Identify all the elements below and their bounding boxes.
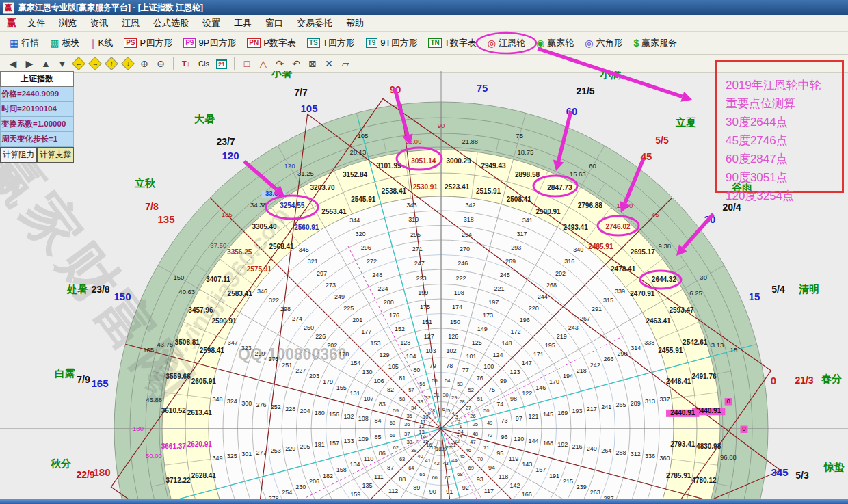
svg-text:110: 110: [364, 455, 373, 462]
toolbar-button-kline[interactable]: ∥ K线: [85, 37, 118, 49]
toolbar-button-9p-square[interactable]: P9 9P四方形: [178, 37, 241, 49]
toolbar-button-t-number-table[interactable]: TN T数字表: [423, 37, 481, 49]
delete-box-icon[interactable]: ⊠: [305, 57, 320, 70]
zoom-in-icon[interactable]: ⊕: [137, 57, 152, 70]
back-icon[interactable]: ◀: [5, 57, 21, 70]
pan-right-icon[interactable]: →: [88, 57, 103, 70]
down-icon[interactable]: ▼: [55, 57, 70, 70]
svg-text:125: 125: [472, 339, 482, 346]
forward-icon[interactable]: ▶: [22, 57, 37, 70]
rotate-cw-icon[interactable]: ↷: [272, 57, 287, 70]
svg-text:177: 177: [361, 328, 371, 335]
svg-text:2583.41: 2583.41: [228, 290, 253, 297]
svg-text:89: 89: [413, 484, 420, 491]
svg-text:293: 293: [511, 244, 521, 251]
svg-text:242: 242: [590, 362, 600, 369]
toolbar-button-quotes[interactable]: ▦ 行情: [4, 37, 44, 49]
annotation-level-60: 60度2847点: [726, 150, 842, 168]
svg-text:31.25: 31.25: [297, 170, 314, 177]
svg-text:108: 108: [358, 415, 369, 422]
svg-text:155: 155: [336, 384, 347, 391]
svg-text:90: 90: [438, 122, 445, 129]
center-cross-icon[interactable]: ✕: [321, 57, 336, 70]
select-tool-icon[interactable]: ▱: [338, 57, 353, 70]
svg-text:288: 288: [615, 449, 626, 456]
svg-text:2605.91: 2605.91: [191, 377, 217, 385]
menu-item-file[interactable]: 文件: [21, 17, 52, 29]
svg-text:87: 87: [387, 464, 394, 471]
measure-icon[interactable]: T↓: [178, 57, 194, 70]
svg-text:82: 82: [387, 386, 394, 393]
svg-text:202: 202: [327, 342, 337, 349]
menu-item-trade[interactable]: 交易委托: [290, 17, 339, 29]
svg-text:23/7: 23/7: [216, 136, 235, 147]
svg-text:131: 131: [350, 390, 360, 397]
svg-text:立夏: 立夏: [675, 116, 696, 128]
annotation-level-30: 30度2644点: [726, 113, 842, 131]
menu-item-settings[interactable]: 设置: [196, 17, 227, 29]
svg-text:277: 277: [256, 449, 267, 456]
calc-resistance-button[interactable]: 计算阻力: [0, 147, 37, 163]
menu-item-news[interactable]: 资讯: [83, 17, 115, 29]
up-icon[interactable]: ▲: [38, 57, 53, 70]
cls-button[interactable]: Cls: [195, 57, 213, 70]
svg-text:2593.47: 2593.47: [669, 306, 694, 314]
svg-text:175: 175: [420, 304, 430, 310]
svg-text:252: 252: [271, 403, 281, 410]
toolbar-button-winner-service[interactable]: $ 赢家服务: [628, 37, 683, 49]
menu-item-window[interactable]: 窗口: [259, 17, 290, 29]
zoom-out-icon[interactable]: ⊖: [153, 57, 168, 70]
pan-left-icon[interactable]: ←: [71, 57, 86, 70]
svg-text:120: 120: [514, 436, 524, 442]
svg-text:266: 266: [604, 356, 614, 362]
svg-text:144: 144: [529, 438, 539, 445]
toolbar-button-p-square[interactable]: PS P四方形: [118, 37, 178, 49]
menu-item-stock-picker[interactable]: 公式选股: [146, 17, 196, 29]
toolbar-button-gann-wheel[interactable]: ◎ 江恩轮: [482, 37, 531, 49]
svg-text:68: 68: [457, 471, 462, 477]
toolbar-button-t-square[interactable]: TS T四方形: [302, 37, 360, 49]
svg-text:86: 86: [379, 450, 386, 457]
toolbar-button-p-number-table[interactable]: PN P数字表: [241, 37, 302, 49]
svg-text:93: 93: [477, 476, 483, 483]
svg-text:292: 292: [555, 270, 566, 277]
menu-item-browse[interactable]: 浏览: [52, 17, 83, 29]
toolbar-button-9t-square[interactable]: T9 9T四方形: [360, 37, 423, 49]
svg-text:45: 45: [652, 211, 659, 218]
svg-text:154: 154: [350, 360, 360, 367]
svg-text:2575.91: 2575.91: [247, 265, 272, 273]
svg-text:90: 90: [390, 83, 401, 95]
menu-item-help[interactable]: 帮助: [339, 17, 371, 29]
toolbar-label: T四方形: [323, 37, 355, 49]
svg-text:121: 121: [529, 413, 539, 420]
svg-text:274: 274: [292, 315, 302, 322]
toolbar-button-winner-wheel[interactable]: ◉ 赢家轮: [531, 37, 579, 49]
svg-text:48: 48: [473, 431, 478, 437]
svg-text:5/4: 5/4: [771, 284, 785, 295]
svg-text:129: 129: [380, 352, 390, 358]
pan-down-icon[interactable]: ↓: [120, 57, 135, 70]
time-value: 时间=20190104: [0, 102, 74, 117]
toolbar-button-sectors[interactable]: ▩ 板块: [44, 37, 85, 49]
calc-support-button[interactable]: 计算支撑: [37, 147, 74, 163]
menu-item-tools[interactable]: 工具: [227, 17, 259, 29]
rotate-ccw-icon[interactable]: ↶: [289, 57, 304, 70]
nine-t-square-icon: T9: [366, 38, 378, 48]
svg-text:76: 76: [477, 375, 483, 382]
shape-triangle-icon[interactable]: △: [256, 57, 271, 70]
svg-text:126: 126: [448, 333, 458, 340]
toolbar-button-hexagon[interactable]: ◎ 六角形: [579, 37, 628, 49]
toolbar-label: 行情: [21, 37, 39, 49]
svg-text:15.63: 15.63: [570, 170, 586, 178]
shape-square-icon[interactable]: □: [239, 57, 254, 70]
menu-item-gann[interactable]: 江恩: [115, 17, 146, 29]
svg-text:34: 34: [411, 405, 416, 411]
svg-text:244: 244: [538, 293, 548, 300]
svg-text:3610.52: 3610.52: [161, 407, 187, 414]
svg-text:174: 174: [452, 304, 462, 310]
calendar-icon[interactable]: 21: [214, 57, 229, 70]
pan-up-icon[interactable]: ↑: [104, 57, 119, 70]
svg-text:3712.22: 3712.22: [165, 477, 191, 484]
svg-text:298: 298: [280, 306, 291, 313]
svg-text:小满: 小满: [600, 71, 621, 80]
